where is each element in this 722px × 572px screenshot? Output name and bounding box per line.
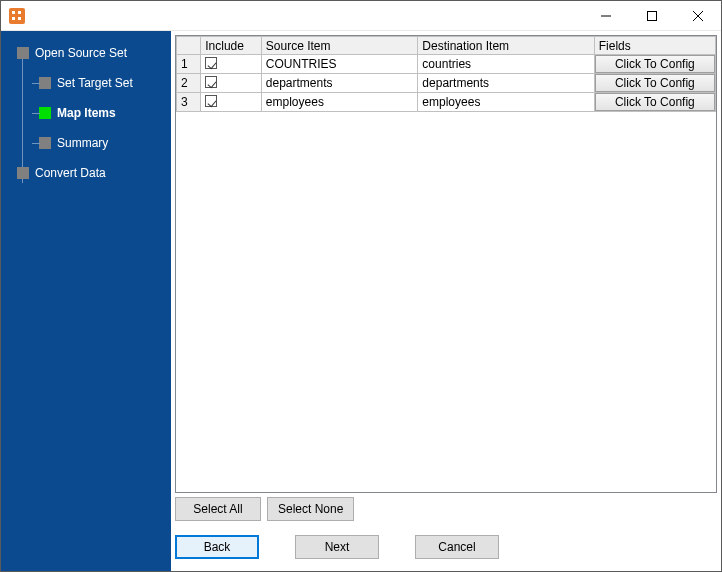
next-button[interactable]: Next — [295, 535, 379, 559]
step-label: Open Source Set — [35, 46, 127, 60]
step-label: Summary — [57, 136, 108, 150]
header-rownum[interactable] — [177, 37, 201, 55]
back-button[interactable]: Back — [175, 535, 259, 559]
app-icon — [9, 8, 25, 24]
wizard-step-tree: Open Source Set Set Target Set Map Items… — [1, 41, 171, 185]
destination-item-cell[interactable]: employees — [418, 93, 594, 112]
include-cell[interactable] — [201, 93, 262, 112]
source-item-cell[interactable]: departments — [261, 74, 418, 93]
selection-buttons: Select All Select None — [171, 493, 721, 525]
step-status-icon — [17, 167, 29, 179]
include-checkbox[interactable] — [205, 95, 217, 107]
maximize-button[interactable] — [629, 1, 675, 30]
fields-cell: Click To Config — [594, 74, 715, 93]
row-number[interactable]: 2 — [177, 74, 201, 93]
table-row[interactable]: 2departmentsdepartmentsClick To Config — [177, 74, 716, 93]
include-checkbox[interactable] — [205, 57, 217, 69]
step-convert-data[interactable]: Convert Data — [11, 161, 171, 185]
fields-cell: Click To Config — [594, 55, 715, 74]
step-label: Map Items — [57, 106, 116, 120]
include-checkbox[interactable] — [205, 76, 217, 88]
source-item-cell[interactable]: COUNTRIES — [261, 55, 418, 74]
grid-header-row: Include Source Item Destination Item Fie… — [177, 37, 716, 55]
destination-item-cell[interactable]: countries — [418, 55, 594, 74]
select-none-button[interactable]: Select None — [267, 497, 354, 521]
config-fields-button[interactable]: Click To Config — [595, 93, 715, 111]
step-status-icon — [39, 107, 51, 119]
svg-rect-1 — [648, 11, 657, 20]
step-set-target-set[interactable]: Set Target Set — [11, 71, 171, 95]
source-item-cell[interactable]: employees — [261, 93, 418, 112]
row-number[interactable]: 3 — [177, 93, 201, 112]
step-status-icon — [39, 77, 51, 89]
header-destination-item[interactable]: Destination Item — [418, 37, 594, 55]
header-fields[interactable]: Fields — [594, 37, 715, 55]
main-panel: Include Source Item Destination Item Fie… — [171, 31, 721, 571]
select-all-button[interactable]: Select All — [175, 497, 261, 521]
fields-cell: Click To Config — [594, 93, 715, 112]
include-cell[interactable] — [201, 55, 262, 74]
step-summary[interactable]: Summary — [11, 131, 171, 155]
config-fields-button[interactable]: Click To Config — [595, 55, 715, 73]
mapping-grid: Include Source Item Destination Item Fie… — [176, 36, 716, 112]
step-status-icon — [39, 137, 51, 149]
table-row[interactable]: 1COUNTRIEScountriesClick To Config — [177, 55, 716, 74]
step-label: Convert Data — [35, 166, 106, 180]
minimize-button[interactable] — [583, 1, 629, 30]
row-number[interactable]: 1 — [177, 55, 201, 74]
wizard-nav-buttons: Back Next Cancel — [171, 525, 721, 571]
include-cell[interactable] — [201, 74, 262, 93]
wizard-sidebar: Open Source Set Set Target Set Map Items… — [1, 31, 171, 571]
table-row[interactable]: 3employeesemployeesClick To Config — [177, 93, 716, 112]
destination-item-cell[interactable]: departments — [418, 74, 594, 93]
app-window: Open Source Set Set Target Set Map Items… — [0, 0, 722, 572]
close-button[interactable] — [675, 1, 721, 30]
header-source-item[interactable]: Source Item — [261, 37, 418, 55]
step-label: Set Target Set — [57, 76, 133, 90]
step-open-source-set[interactable]: Open Source Set — [11, 41, 171, 65]
window-controls — [583, 1, 721, 30]
titlebar[interactable] — [1, 1, 721, 31]
header-include[interactable]: Include — [201, 37, 262, 55]
step-status-icon — [17, 47, 29, 59]
step-map-items[interactable]: Map Items — [11, 101, 171, 125]
mapping-grid-container: Include Source Item Destination Item Fie… — [175, 35, 717, 493]
cancel-button[interactable]: Cancel — [415, 535, 499, 559]
config-fields-button[interactable]: Click To Config — [595, 74, 715, 92]
